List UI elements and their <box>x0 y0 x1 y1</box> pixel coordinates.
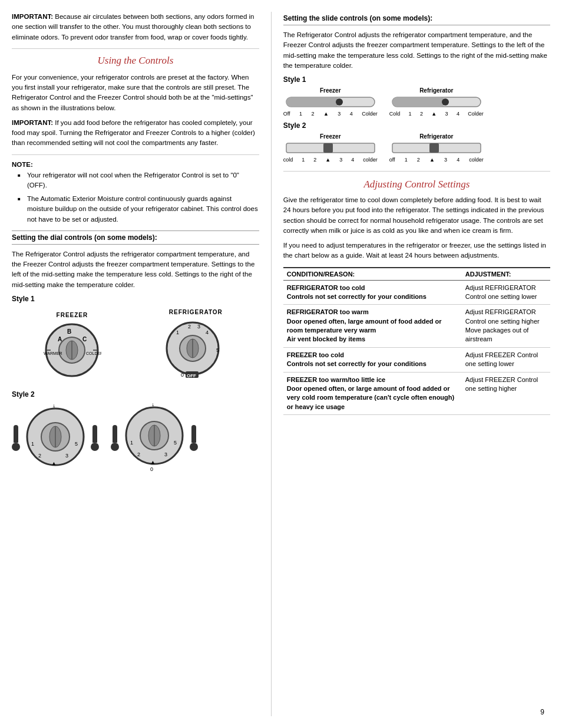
adj-intro1: Give the refrigerator time to cool down … <box>283 195 550 236</box>
slide-subsection-header: Setting the slide controls (on some mode… <box>283 12 550 25</box>
slide-freezer-group-s2: Freezer cold 1 2 ▲ 3 4 <box>283 133 378 163</box>
svg-text:1: 1 <box>130 440 133 446</box>
svg-text:▲: ▲ <box>51 460 57 466</box>
svg-text:0: 0 <box>181 372 184 378</box>
svg-text:4: 4 <box>206 330 209 335</box>
slide-ref-svg-s1 <box>389 95 484 108</box>
condition-bold-2: REFRIGERATOR too warm <box>287 308 369 315</box>
slide-controls-section: Setting the slide controls (on some mode… <box>283 12 550 172</box>
svg-text:COLDER: COLDER <box>86 351 101 355</box>
table-cell-adjustment-4: Adjust FREEZER Control one setting highe… <box>462 372 550 415</box>
condition-detail-2: Door opened often, large amount of food … <box>287 318 442 343</box>
page-number: 9 <box>540 708 544 716</box>
refrigerator-dial-svg: 2 3 4 1 5 0 OFF <box>163 318 228 383</box>
important-notice-1: IMPORTANT: Because air circulates betwee… <box>12 12 259 49</box>
table-cell-adjustment-2: Adjust REFRIGERATOR Control one setting … <box>462 305 550 348</box>
thermometer-right-l <box>91 425 99 451</box>
svg-rect-51 <box>323 143 333 153</box>
svg-text:2: 2 <box>188 324 191 330</box>
refrigerator-dial-label: REFRIGERATOR <box>169 309 223 315</box>
note-item-1: Your refrigerator will not cool when the… <box>18 170 259 191</box>
slide-ref-labels-s1: Cold 1 2 ▲ 3 4 Colder <box>389 111 484 117</box>
svg-text:↓: ↓ <box>151 403 155 407</box>
slide-freezer-svg-s1 <box>283 95 378 108</box>
condition-detail-4: Door opened often, or large amount of fo… <box>287 385 454 410</box>
slide-intro: The Refrigerator Control adjusts the ref… <box>283 30 550 71</box>
slide-style1-label: Style 1 <box>283 75 550 84</box>
condition-detail-3: Controls not set correctly for your cond… <box>287 360 427 367</box>
note-item-2: The Automatic Exterior Moisture control … <box>18 194 259 225</box>
freezer-dial-label: FREEZER <box>57 312 88 318</box>
slide-ref-label-s2: Refrigerator <box>389 133 484 140</box>
table-header-condition: CONDITION/REASON: <box>283 268 462 281</box>
svg-text:B: B <box>67 328 71 335</box>
table-row: REFRIGERATOR too warm Door opened often,… <box>283 305 550 348</box>
table-cell-condition-4: FREEZER too warm/too little ice Door ope… <box>283 372 462 415</box>
important-notice-2: IMPORTANT: If you add food before the re… <box>12 118 259 155</box>
slide-freezer-label-s2: Freezer <box>283 133 378 140</box>
slide-freezer-label-s1: Freezer <box>283 87 378 94</box>
condition-bold-3: FREEZER too cold <box>287 351 344 358</box>
condition-detail-1: Controls not set correctly for your cond… <box>287 293 427 300</box>
left-column: IMPORTANT: Because air circulates betwee… <box>12 12 272 716</box>
svg-rect-45 <box>286 97 339 107</box>
slide-ref-svg-s2 <box>389 141 484 154</box>
condition-bold-1: REFRIGERATOR too cold <box>287 284 365 291</box>
table-cell-adjustment-1: Adjust REFRIGERATOR Control one setting … <box>462 280 550 305</box>
svg-text:3: 3 <box>164 452 167 457</box>
svg-text:▲: ▲ <box>150 459 156 465</box>
slide-ref-labels-s2: off 1 2 ▲ 3 4 colder <box>389 157 484 163</box>
style2-dial-right: ↓ 1 2 ▲ 3 5 0 <box>122 403 187 473</box>
slide-freezer-track-s2: cold 1 2 ▲ 3 4 colder <box>283 141 378 163</box>
style1-label-left: Style 1 <box>12 295 259 303</box>
adj-section-title: Adjusting Control Settings <box>283 179 550 190</box>
condition-bold-4: FREEZER too warm/too little ice <box>287 376 385 383</box>
table-header-adjustment: ADJUSTMENT: <box>462 268 550 281</box>
svg-text:C: C <box>82 336 87 342</box>
important-label-2: IMPORTANT: <box>12 119 53 126</box>
slide-ref-group-s2: Refrigerator off 1 2 ▲ 3 4 <box>389 133 484 163</box>
refrigerator-dial-wrapper: 2 3 4 1 5 0 OFF <box>163 318 228 384</box>
style2-dial-left: ↓ 1 2 ▲ 3 5 <box>23 404 88 471</box>
slide-freezer-labels-s2: cold 1 2 ▲ 3 4 colder <box>283 157 378 163</box>
slide-ref-track-s1: Cold 1 2 ▲ 3 4 Colder <box>389 95 484 117</box>
dial-intro: The Refrigerator Control adjusts the ref… <box>12 249 259 290</box>
svg-text:2: 2 <box>38 453 41 459</box>
table-cell-adjustment-3: Adjust FREEZER Control one setting lower <box>462 347 550 372</box>
slide-ref-label-s1: Refrigerator <box>389 87 484 94</box>
refrigerator-dial-group: REFRIGERATOR 2 3 4 <box>163 309 228 384</box>
important-label-1: IMPORTANT: <box>12 13 53 20</box>
svg-text:1: 1 <box>176 330 179 335</box>
svg-text:2: 2 <box>137 452 140 457</box>
table-cell-condition-3: FREEZER too cold Controls not set correc… <box>283 347 462 372</box>
table-cell-condition-2: REFRIGERATOR too warm Door opened often,… <box>283 305 462 348</box>
svg-text:5: 5 <box>174 440 177 446</box>
slide-style1-controls: Freezer Off 1 2 <box>283 87 550 117</box>
svg-text:3: 3 <box>65 453 68 459</box>
slide-style2-label: Style 2 <box>283 121 550 130</box>
style2-left-dial-svg: ↓ 1 2 ▲ 3 5 <box>23 404 88 469</box>
svg-text:3: 3 <box>197 324 200 330</box>
slide-ref-group-s1: Refrigerator Cold 1 2 ▲ 3 <box>389 87 484 117</box>
controls-intro: For your convenience, your refrigerator … <box>12 73 259 113</box>
note-list: Your refrigerator will not cool when the… <box>12 170 259 225</box>
slide-freezer-labels-s1: Off 1 2 ▲ 3 4 Colder <box>283 111 378 117</box>
dial-style1-container: FREEZER B C A W <box>12 309 259 384</box>
svg-text:1: 1 <box>31 441 34 447</box>
style2-label-left: Style 2 <box>12 390 259 398</box>
freezer-dial-wrapper: B C A WARMER COLDER <box>42 321 101 381</box>
thermometer-right-r <box>190 425 198 451</box>
dial-subsection-header: Setting the dial controls (on some model… <box>12 230 259 245</box>
adj-intro2: If you need to adjust temperatures in th… <box>283 241 550 261</box>
svg-text:↓: ↓ <box>52 404 56 409</box>
table-row: FREEZER too warm/too little ice Door ope… <box>283 372 550 415</box>
svg-text:5: 5 <box>75 441 78 447</box>
freezer-dial-svg: B C A WARMER COLDER <box>42 321 101 380</box>
slide-freezer-svg-s2 <box>283 141 378 154</box>
svg-text:OFF: OFF <box>187 373 196 378</box>
note-header: NOTE: <box>12 161 259 168</box>
svg-point-49 <box>442 98 449 106</box>
slide-freezer-group-s1: Freezer Off 1 2 <box>283 87 378 117</box>
svg-text:WARMER: WARMER <box>44 351 62 355</box>
style2-left-group: ↓ 1 2 ▲ 3 5 <box>12 404 99 471</box>
